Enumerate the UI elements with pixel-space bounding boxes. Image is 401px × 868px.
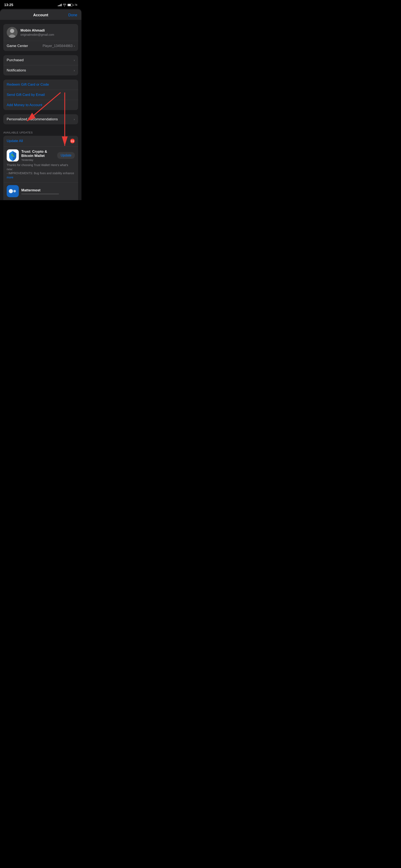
user-profile-section: Mobin Ahmadi originalmobin@gmail.com Gam… xyxy=(3,24,78,51)
notifications-label: Notifications xyxy=(7,68,26,72)
personalized-recommendations-section: Personalized Recommendations › xyxy=(3,114,78,124)
game-center-value: Player_1345644863 › xyxy=(42,44,75,48)
more-link[interactable]: more xyxy=(7,176,13,179)
send-gift-card-row[interactable]: Send Gift Card by Email xyxy=(3,90,78,100)
status-icons: 74 xyxy=(58,4,77,6)
redeem-gift-card-row[interactable]: Redeem Gift Card or Code xyxy=(3,80,78,90)
user-info: Mobin Ahmadi originalmobin@gmail.com xyxy=(21,28,54,36)
add-money-row[interactable]: Add Money to Account xyxy=(3,100,78,110)
trust-app-icon xyxy=(7,149,19,161)
chevron-right-icon: › xyxy=(74,69,75,72)
chevron-right-icon: › xyxy=(74,118,75,121)
svg-point-5 xyxy=(9,189,13,193)
game-center-row[interactable]: Game Center Player_1345644863 › xyxy=(3,41,78,51)
game-center-label: Game Center xyxy=(7,44,28,48)
personalized-recommendations-label: Personalized Recommendations xyxy=(7,117,58,121)
mattermost-progress-bar xyxy=(21,194,59,194)
redeem-gift-card-label: Redeem Gift Card or Code xyxy=(7,83,49,87)
update-all-row[interactable]: Update All 11 xyxy=(3,136,78,146)
update-all-container: Update All 11 xyxy=(3,136,78,200)
avatar xyxy=(7,27,18,38)
mattermost-app-name: Mattermost xyxy=(21,188,59,192)
chevron-right-icon: › xyxy=(74,44,75,48)
update-count-badge: 11 xyxy=(70,139,75,143)
trust-app-update-item: Trust: Crypto &Bitcoin Wallet Yesterday … xyxy=(3,146,78,182)
wifi-icon xyxy=(63,4,66,6)
page-wrapper: 13:25 74 xyxy=(0,0,82,200)
notifications-row[interactable]: Notifications › xyxy=(3,65,78,75)
trust-app-header: Trust: Crypto &Bitcoin Wallet Yesterday … xyxy=(7,149,75,161)
svg-point-1 xyxy=(10,29,14,33)
signal-bars-icon xyxy=(58,4,62,6)
trust-app-description: Thanks for choosing Trust Wallet! Here's… xyxy=(7,163,75,180)
nav-bar: Account Done xyxy=(0,10,82,20)
trust-app-date: Yesterday xyxy=(21,158,55,161)
send-gift-card-label: Send Gift Card by Email xyxy=(7,93,45,97)
done-button[interactable]: Done xyxy=(68,13,77,17)
status-time: 13:25 xyxy=(4,3,13,7)
main-content: Account Done Mobin Ahmadi originalmobin@… xyxy=(0,9,82,200)
purchased-label: Purchased xyxy=(7,58,24,62)
mattermost-app-icon xyxy=(7,185,19,197)
trust-update-button[interactable]: Update xyxy=(57,152,75,159)
update-all-label: Update All xyxy=(7,139,23,143)
mattermost-app-item: Mattermost xyxy=(3,182,78,200)
page-title: Account xyxy=(33,13,48,17)
user-name: Mobin Ahmadi xyxy=(21,28,54,33)
chevron-right-icon: › xyxy=(74,59,75,62)
available-updates-section: AVAILABLE UPDATES Update All 11 xyxy=(0,129,82,200)
avatar-image xyxy=(7,27,18,38)
purchased-row[interactable]: Purchased › xyxy=(3,55,78,65)
trust-app-info: Trust: Crypto &Bitcoin Wallet Yesterday xyxy=(21,150,55,161)
trust-app-name: Trust: Crypto &Bitcoin Wallet xyxy=(21,150,55,158)
user-profile-row[interactable]: Mobin Ahmadi originalmobin@gmail.com xyxy=(3,24,78,41)
gift-card-section: Redeem Gift Card or Code Send Gift Card … xyxy=(3,80,78,110)
personalized-recommendations-row[interactable]: Personalized Recommendations › xyxy=(3,114,78,124)
battery-icon: 74 xyxy=(67,4,77,6)
svg-point-6 xyxy=(13,190,16,192)
status-bar: 13:25 74 xyxy=(0,0,82,9)
user-email: originalmobin@gmail.com xyxy=(21,33,54,36)
add-money-label: Add Money to Account xyxy=(7,103,42,107)
battery-level: 74 xyxy=(74,4,77,6)
available-updates-label: AVAILABLE UPDATES xyxy=(0,129,82,135)
game-center-player-id: Player_1345644863 xyxy=(42,44,72,48)
purchased-notifications-section: Purchased › Notifications › xyxy=(3,55,78,75)
mattermost-app-info: Mattermost xyxy=(21,188,59,194)
